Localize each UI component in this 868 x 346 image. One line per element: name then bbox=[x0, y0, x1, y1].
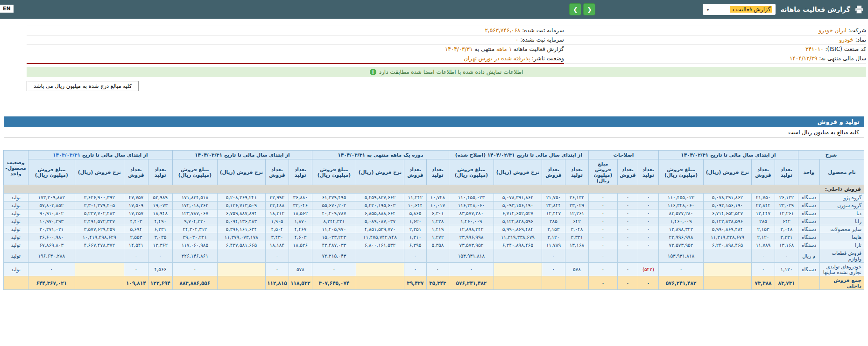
table-row: فروش داخلی: bbox=[3, 185, 864, 194]
registered-capital-label: سرمایه ثبت شده: bbox=[522, 27, 564, 34]
prev-period-date-link[interactable]: ۱۴۰۳/۰۳/۳۱ bbox=[53, 152, 80, 158]
value-cell: ۰ bbox=[312, 263, 356, 276]
company-info-right: شرکت: ایران خودرو نماد: خودرو کد صنعت (I… bbox=[564, 26, 866, 64]
value-cell: ۰ bbox=[638, 233, 658, 241]
production-sales-table: شرحاز ابتدای سال مالی تا تاریخ ۱۴۰۴/۰۲/۳… bbox=[3, 150, 864, 290]
value-cell: ۹۰,۹۱۰,۸۰۲ bbox=[28, 209, 75, 217]
value-cell bbox=[217, 249, 265, 263]
value-cell: ۶۴۴,۳۶۷,۰۲۱ bbox=[28, 276, 75, 290]
value-cell: ۱۱,۷۸۹ bbox=[752, 241, 775, 249]
product-name-cell: دنا bbox=[820, 209, 864, 217]
value-cell: ۱۷۲,۰۱۸,۲۶۲ bbox=[172, 202, 217, 209]
col-header: نرخ فروش (ریال) bbox=[704, 159, 752, 185]
value-cell: ۵,۲۰۸,۳۶۹,۲۴۱ bbox=[217, 194, 265, 202]
value-cell: ۷۳,۵۷۳,۹۵۲ bbox=[658, 241, 703, 249]
value-cell: ۰ bbox=[752, 249, 775, 263]
value-cell: ۱۸,۵۶۲ bbox=[289, 209, 312, 217]
table-row: دنادستگاه۱۲,۲۶۱۱۲,۴۴۷۶,۷۱۴,۶۵۲,۵۲۷۸۳,۵۷۷… bbox=[3, 209, 864, 217]
value-cell: ۶,۴۳۷,۵۸۱,۶۶۵ bbox=[217, 241, 265, 249]
col-header: مبلغ فروش (میلیون ریال) bbox=[28, 159, 75, 185]
col-header: تعداد تولید bbox=[638, 159, 658, 185]
table-row: هایمادستگاه۳,۳۳۱۲,۱۲۰۱۱,۳۱۹,۳۳۸,۶۷۹۲۳,۹۹… bbox=[3, 233, 864, 241]
value-cell: ۱۷۳,۲۰۹,۸۸۲ bbox=[28, 194, 75, 202]
column-group-status: وضعیت محصول-واحد bbox=[3, 151, 28, 185]
value-cell: ۱۲۲,۶۹۴ bbox=[148, 276, 172, 290]
value-cell: ۰ bbox=[617, 217, 638, 225]
symbol-link[interactable]: خودرو bbox=[839, 36, 854, 43]
value-cell: ۳۹,۴۲۷ bbox=[404, 276, 426, 290]
prev-report-button[interactable]: ❮ bbox=[583, 3, 595, 15]
value-cell bbox=[75, 276, 124, 290]
value-cell: ۲۳,۹۹۶,۹۹۸ bbox=[449, 233, 494, 241]
value-cell: ۱۱,۳۷۹,۰۷۳,۱۷۸ bbox=[217, 233, 265, 241]
value-cell: ۱۲,۸۹۸,۳۴۲ bbox=[449, 225, 494, 233]
value-cell: ۰ bbox=[588, 217, 617, 225]
value-cell: ۲,۱۲۰ bbox=[752, 233, 775, 241]
value-cell: ۰ bbox=[588, 241, 617, 249]
fiscal-year-label: سال مالی منتهی به: bbox=[819, 55, 866, 62]
value-cell: ۴,۵۶۶ bbox=[148, 263, 172, 276]
column-group-mon: دوره یک ماهه منتهی به ۱۴۰۴/۰۳/۳۱ bbox=[312, 151, 449, 159]
value-cell: ۲۶,۱۳۲ bbox=[775, 194, 798, 202]
value-cell: ۲,۱۵۳ bbox=[542, 225, 565, 233]
value-cell: ۱۱,۴۷۵,۷۴۲,۷۴۸ bbox=[356, 233, 404, 241]
value-cell: ۰ bbox=[588, 276, 617, 290]
value-cell: ۳۳,۰۴۶ bbox=[289, 202, 312, 209]
value-cell: ۳,۶۲۶,۹۰۰,۳۹۲ bbox=[75, 194, 124, 202]
next-report-button[interactable]: ❯ bbox=[569, 3, 581, 15]
value-cell: ۷۲,۲۱۵,۰۴۳ bbox=[312, 249, 356, 263]
column-group-y02: از ابتدای سال مالی تا تاریخ ۱۴۰۴/۰۲/۳۱ bbox=[658, 151, 798, 159]
value-cell: ۰ bbox=[617, 202, 638, 209]
value-cell: ۵۷,۸۰۳,۸۵۲ bbox=[28, 202, 75, 209]
table-row: جمع فروش داخلی۸۳,۷۳۱۷۳,۳۸۸۵۷۶,۲۴۱,۴۸۲۰۰۰… bbox=[3, 276, 864, 290]
value-cell bbox=[638, 249, 658, 263]
section-note: کلیه مبالغ به میلیون ریال است bbox=[4, 127, 864, 138]
col-header-product-name: نام محصول bbox=[820, 159, 864, 185]
report-period-mid: منتهی به bbox=[474, 46, 494, 52]
value-cell: ۳,۵۷۷,۶۲۹,۲۵۹ bbox=[75, 225, 124, 233]
value-cell: ۲۱,۷۵۰ bbox=[542, 194, 565, 202]
value-cell: ۱۳,۱۶۸ bbox=[775, 241, 798, 249]
product-name-cell: سایر محصولات bbox=[820, 225, 864, 233]
language-toggle[interactable]: EN bbox=[0, 5, 14, 13]
value-cell: ۱۰,۹۷۰,۳۹۳ bbox=[28, 217, 75, 225]
value-cell: ۳۳,۴۸۸ bbox=[265, 202, 289, 209]
status-cell: تولید bbox=[3, 194, 28, 202]
company-row: شرکت: ایران خودرو bbox=[564, 26, 866, 36]
value-cell: ۶,۷۵۹,۸۸۷,۸۹۴ bbox=[217, 209, 265, 217]
value-cell: ۱,۱۲۰ bbox=[775, 263, 798, 276]
unit-cell: دستگاه bbox=[798, 263, 820, 276]
publisher-status-value: پذیرفته شده در بورس تهران bbox=[464, 55, 530, 62]
report-icon[interactable] bbox=[855, 6, 863, 14]
value-cell: ۶,۸۰۰,۱۶۱,۵۳۲ bbox=[356, 241, 404, 249]
status-cell: تولید bbox=[3, 263, 28, 276]
table-row: فروش قطعات ولوازمم ریال۰۰۱۵۳,۹۳۱,۸۱۸۰۰۱۵… bbox=[3, 249, 864, 263]
value-cell: ۱۰,۶۴۴ bbox=[404, 202, 426, 209]
value-cell: ۴,۵۰۴ bbox=[265, 225, 289, 233]
value-cell bbox=[356, 276, 404, 290]
publisher-status-row: وضعیت ناشر: پذیرفته شده در بورس تهران bbox=[27, 54, 564, 64]
value-cell: ۱۱۰,۴۵۵,۰۲۳ bbox=[449, 194, 494, 202]
value-cell: ۱۲,۲۶۱ bbox=[565, 209, 588, 217]
report-type-dropdown[interactable]: گزارش فعالیت د ▾ bbox=[703, 4, 776, 15]
value-cell: ۲,۱۵۳ bbox=[752, 225, 775, 233]
value-cell: ۱۲,۴۴۷ bbox=[752, 209, 775, 217]
value-cell: ۰ bbox=[617, 209, 638, 217]
value-cell: ۱,۳۱۰ bbox=[404, 233, 426, 241]
fiscal-year-row: سال مالی منتهی به: ۱۴۰۴/۱۲/۲۹ bbox=[564, 54, 866, 64]
unit-cell: م ریال bbox=[798, 249, 820, 263]
value-cell bbox=[617, 249, 638, 263]
value-cell: ۴,۶۰۳ bbox=[289, 233, 312, 241]
value-cell: ۳,۳۳۱ bbox=[775, 233, 798, 241]
table-subheader-row: نام محصولواحدتعداد تولیدتعداد فروشنرخ فر… bbox=[3, 159, 864, 185]
value-cell: ۰ bbox=[617, 241, 638, 249]
value-cell: ۱۱۲,۸۱۵ bbox=[265, 276, 289, 290]
value-cell: ۱۵,۰۳۳,۲۲۳ bbox=[312, 233, 356, 241]
value-cell: ۱۱۸,۵۳۲ bbox=[289, 276, 312, 290]
company-name-link[interactable]: ایران خودرو bbox=[819, 27, 847, 34]
value-cell: ۰ bbox=[617, 233, 638, 241]
fiscal-year-value: ۱۴۰۴/۱۲/۲۹ bbox=[790, 55, 818, 62]
value-cell: ۴۰,۲۰۹,۷۸۷ bbox=[312, 209, 356, 217]
value-cell: ۰ bbox=[124, 249, 148, 263]
col-header: مبلغ فروش (میلیون ریال) bbox=[658, 159, 703, 185]
